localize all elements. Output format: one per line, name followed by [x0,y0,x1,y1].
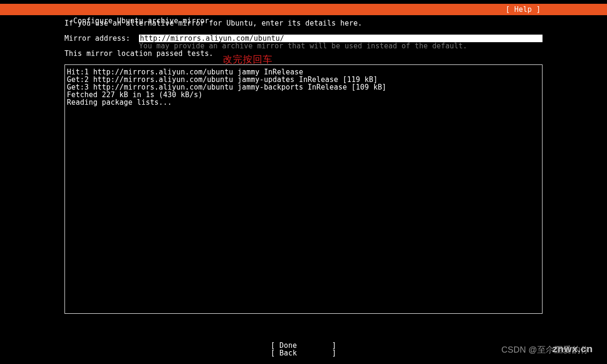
titlebar: Configure Ubuntu archive mirror [ Help ] [0,4,607,15]
mirror-test-status: This mirror location passed tests. [64,50,543,57]
done-button[interactable]: [ Done ] [271,342,336,349]
mirror-hint: You may provide an archive mirror that w… [64,42,543,50]
spacer [64,27,543,35]
page-title: Configure Ubuntu archive mirror [73,17,209,25]
content-area: If you use an alternative mirror for Ubu… [0,15,607,314]
mirror-address-label: Mirror address: [64,35,139,42]
log-output-box: Hit:1 http://mirrors.aliyun.com/ubuntu j… [64,64,543,314]
mirror-address-input[interactable] [139,35,543,42]
watermark-csdn: CSDN @至尒至爱的你 [501,344,589,355]
help-link[interactable]: [ Help ] [506,4,541,15]
mirror-address-row: Mirror address: [64,35,543,42]
letterbox-top [0,0,607,4]
back-button[interactable]: [ Back ] [271,349,336,357]
log-output-text: Hit:1 http://mirrors.aliyun.com/ubuntu j… [67,68,540,106]
annotation-text: 改完按回车 [223,53,273,66]
